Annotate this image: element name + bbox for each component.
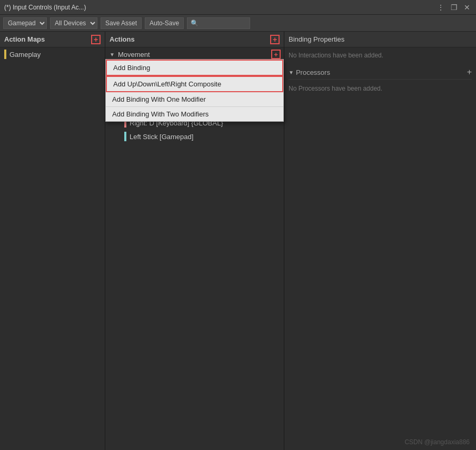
auto-save-button[interactable]: Auto-Save [145, 17, 184, 29]
binding-leftstick-label: Left Stick [Gamepad] [130, 133, 193, 141]
main-layout: Action Maps + Gameplay Actions + ▼ Movem… [0, 32, 476, 450]
dropdown-two-modifiers-label: Add Binding With Two Modifiers [112, 110, 209, 118]
device-select[interactable]: Gamepad [3, 17, 47, 29]
action-map-gameplay-label: Gameplay [9, 51, 41, 58]
movement-triangle-icon: ▼ [110, 52, 115, 57]
processors-title-group: ▼ Processors [289, 69, 330, 76]
dropdown-add-one-modifier[interactable]: Add Binding With One Modifier [106, 92, 283, 107]
save-asset-button[interactable]: Save Asset [101, 17, 142, 29]
add-processor-button[interactable]: + [467, 67, 472, 77]
binding-leftstick[interactable]: Left Stick [Gamepad] [105, 130, 284, 143]
dropdown-add-two-modifiers[interactable]: Add Binding With Two Modifiers [106, 107, 283, 121]
watermark: CSDN @jiangdaxia886 [404, 438, 470, 446]
add-action-map-button[interactable]: + [91, 35, 101, 44]
title-bar-controls: ⋮ ❐ ✕ [435, 3, 472, 12]
action-maps-title: Action Maps [4, 35, 45, 43]
dropdown-one-modifier-label: Add Binding With One Modifier [112, 95, 206, 103]
actions-header: Actions + [105, 32, 284, 47]
search-input[interactable] [187, 17, 250, 29]
processors-header: ▼ Processors + [289, 65, 472, 80]
restore-icon[interactable]: ❐ [449, 3, 459, 12]
toolbar: Gamepad All Devices Save Asset Auto-Save [0, 15, 476, 32]
actions-panel: Actions + ▼ Movement + ▼ WASD Up: W [Key… [105, 32, 284, 450]
all-devices-select[interactable]: All Devices [50, 17, 97, 29]
processors-triangle-icon: ▼ [289, 70, 294, 75]
no-processors-text: No Processors have been added. [289, 83, 472, 94]
dropdown-add-composite-label: Add Up\Down\Left\Right Composite [113, 80, 221, 88]
action-map-gameplay[interactable]: Gameplay [0, 47, 105, 61]
action-maps-header: Action Maps + [0, 32, 105, 47]
binding-props-title: Binding Properties [289, 35, 344, 43]
action-maps-panel: Action Maps + Gameplay [0, 32, 105, 450]
processors-section: ▼ Processors + No Processors have been a… [284, 61, 476, 99]
title-bar: (*) Input Controls (Input Ac...) ⋮ ❐ ✕ [0, 0, 476, 15]
processors-label: Processors [296, 69, 330, 76]
add-movement-binding-button[interactable]: + [271, 50, 281, 59]
dropdown-menu: Add Binding Add Up\Down\Left\Right Compo… [105, 59, 284, 122]
binding-leftstick-color [124, 132, 126, 141]
no-interactions-text: No Interactions have been added. [284, 47, 476, 61]
more-icon[interactable]: ⋮ [435, 3, 446, 12]
actions-title: Actions [110, 35, 135, 43]
gameplay-color-bar [4, 50, 6, 59]
dropdown-add-binding-label: Add Binding [113, 64, 150, 72]
close-icon[interactable]: ✕ [462, 3, 472, 12]
binding-props-header: Binding Properties [284, 32, 476, 47]
binding-props-panel: Binding Properties No Interactions have … [284, 32, 476, 450]
movement-label: Movement [118, 51, 150, 58]
window-title: (*) Input Controls (Input Ac...) [4, 4, 86, 11]
add-action-button[interactable]: + [270, 35, 280, 44]
dropdown-add-binding[interactable]: Add Binding [106, 60, 283, 76]
dropdown-add-composite[interactable]: Add Up\Down\Left\Right Composite [106, 76, 283, 92]
